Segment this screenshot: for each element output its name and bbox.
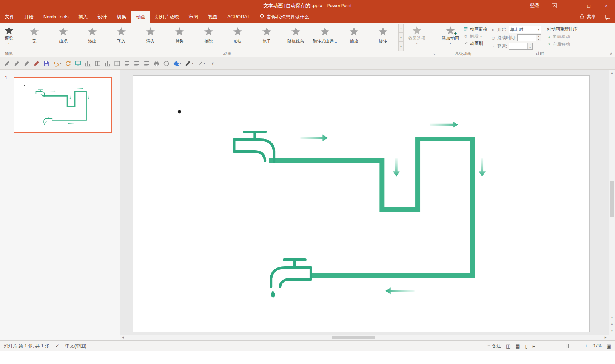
minimize-button[interactable]: ─ xyxy=(563,0,580,11)
tab-design[interactable]: 设计 xyxy=(92,11,112,23)
share-button[interactable]: 共享 xyxy=(575,11,601,23)
horizontal-scrollbar[interactable]: ◀ ▶ xyxy=(120,335,609,340)
red-pen-icon[interactable] xyxy=(33,60,40,67)
scroll-right-icon[interactable]: ▶ xyxy=(603,335,609,340)
animation-pane-button[interactable]: 动画窗格 xyxy=(463,26,487,32)
tab-view[interactable]: 视图 xyxy=(203,11,222,23)
animation-float-in[interactable]: 浮入 xyxy=(136,24,165,51)
effect-options-star-icon xyxy=(412,26,422,35)
redo-icon[interactable] xyxy=(65,60,71,67)
zoom-in-button[interactable]: + xyxy=(584,343,587,349)
next-slide-button[interactable]: ∨ xyxy=(609,327,615,334)
animation-painter-button[interactable]: 动画刷 xyxy=(463,41,487,46)
zoom-level[interactable]: 97% xyxy=(593,343,602,349)
vertical-scrollbar[interactable]: ▲ ▼ ∧ ∨ xyxy=(609,70,615,335)
chart-icon[interactable] xyxy=(85,60,91,67)
tab-review[interactable]: 审阅 xyxy=(184,11,203,23)
group-preview: 预览 ▾ 预览 xyxy=(0,23,18,57)
tab-nordri-tools[interactable]: Nordri Tools xyxy=(39,11,73,23)
animation-shape[interactable]: 形状 xyxy=(223,24,252,51)
ink-pen-icon[interactable]: ▾ xyxy=(185,60,193,67)
spellcheck-icon[interactable]: ✓ xyxy=(55,343,59,349)
reading-view-button[interactable]: ▯ xyxy=(525,343,528,349)
tab-animations[interactable]: 动画 xyxy=(131,11,150,23)
zoom-slider-thumb[interactable] xyxy=(566,344,569,348)
notes-button[interactable]: ≡ 备注 xyxy=(487,343,501,349)
move-earlier-button[interactable]: ▲ 向前移动 xyxy=(547,34,589,40)
vertical-scroll-thumb[interactable] xyxy=(610,181,614,217)
tab-insert[interactable]: 插入 xyxy=(73,11,92,23)
normal-view-button[interactable]: ◫ xyxy=(506,343,510,349)
fit-to-window-icon[interactable]: ▣ xyxy=(607,343,611,349)
scroll-down-icon[interactable]: ▼ xyxy=(609,315,615,320)
align-icon[interactable] xyxy=(143,60,150,67)
animation-appear[interactable]: 出现 xyxy=(49,24,78,51)
tellme-box[interactable]: 告诉我你想要做什么 xyxy=(254,11,314,23)
slide-canvas[interactable] xyxy=(133,75,590,332)
scroll-left-icon[interactable]: ◀ xyxy=(120,335,126,340)
fill-color-icon[interactable]: ▾ xyxy=(173,60,182,67)
sign-in-button[interactable]: 登录 xyxy=(524,0,546,11)
tab-acrobat[interactable]: ACROBAT xyxy=(222,11,255,23)
animation-fly-in[interactable]: 飞入 xyxy=(107,24,136,51)
close-button[interactable]: × xyxy=(598,0,615,11)
slide-thumbnail[interactable] xyxy=(14,77,112,133)
ribbon-display-options-icon[interactable] xyxy=(546,0,563,11)
previous-slide-button[interactable]: ∧ xyxy=(609,321,615,327)
save-icon[interactable] xyxy=(43,60,49,67)
animation-random-bars[interactable]: 随机线条 xyxy=(281,24,310,51)
horizontal-scroll-thumb[interactable] xyxy=(332,336,375,339)
print-icon[interactable] xyxy=(153,60,160,67)
animation-none[interactable]: 无 xyxy=(20,24,49,51)
animation-swivel[interactable]: 旋转 xyxy=(368,24,398,51)
slide-sorter-view-button[interactable]: ▦ xyxy=(515,343,520,349)
animation-fade[interactable]: 淡出 xyxy=(78,24,107,51)
gallery-expand[interactable]: ▼ xyxy=(398,42,404,51)
comments-icon[interactable] xyxy=(601,11,615,23)
language-button[interactable]: 中文(中国) xyxy=(65,343,86,349)
toolbar-overflow-icon[interactable]: ∨ xyxy=(211,61,214,65)
tab-transitions[interactable]: 切换 xyxy=(112,11,131,23)
layout-icon[interactable] xyxy=(114,60,120,67)
ribbon-tabs: 文件 开始 Nordri Tools 插入 设计 切换 动画 幻灯片放映 审阅 … xyxy=(0,11,615,23)
star-icon xyxy=(174,26,185,37)
animation-zoom[interactable]: 缩放 xyxy=(339,24,368,51)
maximize-button[interactable]: □ xyxy=(580,0,598,11)
shape-icon[interactable] xyxy=(163,60,170,67)
animation-grow-turn[interactable]: 翻转式由远... xyxy=(310,24,339,51)
gallery-scroll-up[interactable]: ▲ xyxy=(398,24,404,33)
duration-spinner[interactable]: ▲▼ xyxy=(517,34,541,41)
gallery-scroll-down[interactable]: ▼ xyxy=(398,33,404,42)
start-combobox[interactable]: 单击时 ▾ xyxy=(509,26,541,33)
pen-icon[interactable] xyxy=(4,60,10,67)
add-animation-button[interactable]: + 添加动画 ▾ xyxy=(439,24,462,51)
undo-icon[interactable]: ▾ xyxy=(53,60,62,67)
trigger-button[interactable]: ↯ 触发 ▾ xyxy=(463,34,487,39)
animation-wheel[interactable]: 轮子 xyxy=(252,24,281,51)
brush-icon[interactable]: ▾ xyxy=(197,60,205,67)
scroll-up-icon[interactable]: ▲ xyxy=(609,70,615,75)
delay-spinner[interactable]: ▲▼ xyxy=(509,43,533,50)
preview-button[interactable]: 预览 ▾ xyxy=(2,24,16,51)
collapse-ribbon-icon[interactable]: ∧ xyxy=(610,52,612,55)
dialog-launcher-icon[interactable]: ↘ xyxy=(433,52,436,56)
monitor-icon[interactable] xyxy=(75,60,81,67)
star-icon xyxy=(349,26,359,37)
animation-wipe[interactable]: 擦除 xyxy=(194,24,223,51)
zoom-slider[interactable] xyxy=(548,343,580,349)
table-icon[interactable] xyxy=(94,60,101,67)
pen-icon[interactable] xyxy=(14,60,20,67)
move-later-button[interactable]: ▼ 向后移动 xyxy=(547,41,589,47)
align-icon[interactable] xyxy=(134,60,140,67)
pen-icon[interactable] xyxy=(23,60,30,67)
align-icon[interactable] xyxy=(124,60,130,67)
status-bar: 幻灯片 第 1 张, 共 1 张 ✓ 中文(中国) ≡ 备注 ◫ ▦ ▯ ▸ −… xyxy=(0,340,615,351)
animation-split[interactable]: 劈裂 xyxy=(165,24,194,51)
chart-icon[interactable] xyxy=(104,60,111,67)
tab-file[interactable]: 文件 xyxy=(0,11,19,23)
tab-slideshow[interactable]: 幻灯片放映 xyxy=(150,11,184,23)
zoom-out-button[interactable]: − xyxy=(540,343,543,349)
effect-options-button[interactable]: 效果选项 ▾ xyxy=(406,24,428,51)
tab-home[interactable]: 开始 xyxy=(19,11,39,23)
slideshow-button[interactable]: ▸ xyxy=(533,343,535,349)
